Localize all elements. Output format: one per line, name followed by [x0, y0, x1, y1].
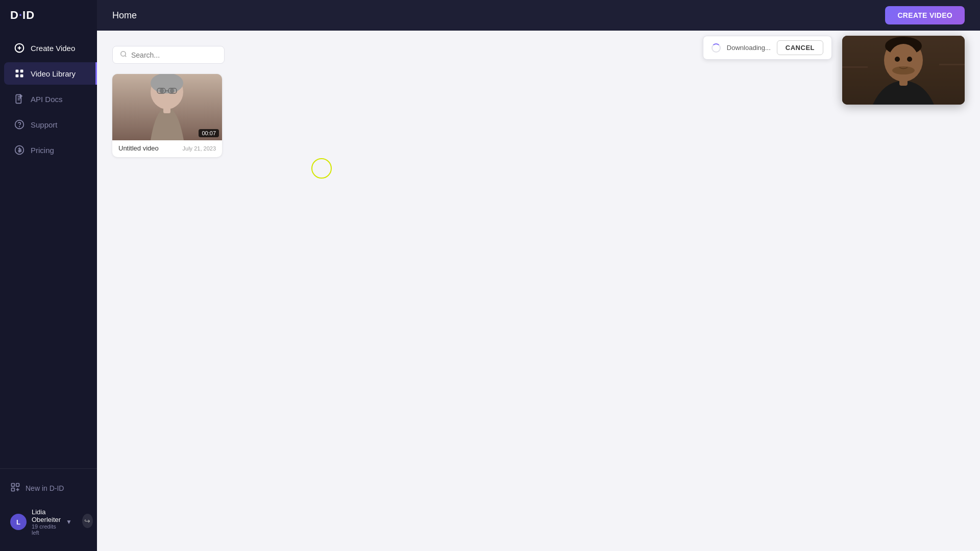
- sidebar: D·ID Create Video: [0, 0, 97, 551]
- svg-rect-12: [16, 484, 19, 487]
- sidebar-item-video-library[interactable]: Video Library: [4, 62, 97, 85]
- svg-rect-6: [20, 74, 23, 78]
- sidebar-item-create-video[interactable]: Create Video: [4, 37, 93, 59]
- svg-rect-13: [12, 488, 15, 491]
- video-title: Untitled video: [118, 144, 159, 152]
- sidebar-item-pricing[interactable]: Pricing: [4, 139, 93, 161]
- video-duration: 00:07: [199, 129, 219, 137]
- search-bar[interactable]: [112, 46, 225, 64]
- user-credits: 19 credits left: [32, 523, 61, 536]
- header: Home CREATE VIDEO: [97, 0, 980, 31]
- svg-rect-23: [163, 107, 170, 113]
- dollar-icon: [14, 145, 24, 155]
- avatar: L: [10, 514, 27, 530]
- svg-rect-11: [12, 484, 15, 487]
- svg-point-29: [895, 57, 900, 62]
- main-content: Home CREATE VIDEO: [97, 0, 980, 551]
- logo[interactable]: D·ID: [0, 0, 97, 31]
- plus-icon: [14, 43, 24, 53]
- preview-container[interactable]: [842, 36, 965, 105]
- svg-rect-3: [16, 70, 19, 73]
- svg-rect-4: [20, 70, 23, 73]
- svg-point-18: [160, 88, 164, 93]
- svg-point-31: [892, 66, 915, 74]
- logout-button[interactable]: ↪: [82, 514, 93, 528]
- downloading-status: Downloading...: [727, 44, 771, 52]
- logo-text: D·ID: [10, 9, 35, 22]
- user-profile[interactable]: L Lidia Oberleiter 19 credits left ▼: [4, 505, 78, 539]
- support-icon: [14, 119, 24, 130]
- sidebar-item-api-docs-label: API Docs: [31, 95, 63, 104]
- sidebar-bottom: New in D-ID L Lidia Oberleiter 19 credit…: [0, 468, 97, 551]
- svg-point-19: [170, 88, 174, 93]
- video-thumbnail: 00:07: [112, 74, 222, 140]
- cancel-button[interactable]: CANCEL: [777, 40, 823, 55]
- video-grid: 00:07 Untitled video July 21, 2023: [112, 74, 965, 157]
- svg-rect-5: [16, 74, 19, 78]
- sidebar-item-create-video-label: Create Video: [31, 44, 75, 53]
- user-name: Lidia Oberleiter: [32, 508, 61, 523]
- content-area: 00:07 Untitled video July 21, 2023 Downl…: [97, 31, 980, 551]
- sidebar-nav: Create Video Video Library: [0, 31, 97, 468]
- doc-icon: [14, 94, 24, 104]
- grid-icon: [14, 68, 24, 79]
- search-icon: [120, 51, 127, 59]
- star-icon: [10, 482, 20, 494]
- video-date: July 21, 2023: [183, 145, 216, 152]
- loading-spinner: [712, 43, 721, 53]
- cursor-indicator: [311, 158, 332, 179]
- svg-point-14: [121, 52, 126, 56]
- video-card[interactable]: 00:07 Untitled video July 21, 2023: [112, 74, 222, 157]
- sidebar-item-api-docs[interactable]: API Docs: [4, 88, 93, 110]
- preview-video: [842, 36, 965, 105]
- page-title: Home: [112, 10, 137, 21]
- create-video-button[interactable]: CREATE VIDEO: [885, 6, 965, 24]
- search-input[interactable]: [131, 51, 213, 59]
- new-in-did-label: New in D-ID: [26, 484, 64, 492]
- sidebar-item-support-label: Support: [31, 120, 58, 129]
- sidebar-item-video-library-label: Video Library: [31, 69, 76, 78]
- chevron-down-icon: ▼: [66, 518, 72, 525]
- svg-point-9: [19, 127, 20, 127]
- sidebar-item-pricing-label: Pricing: [31, 146, 54, 155]
- sidebar-item-support[interactable]: Support: [4, 113, 93, 136]
- downloading-bar: Downloading... CANCEL: [703, 36, 832, 60]
- svg-point-30: [907, 57, 912, 62]
- svg-rect-34: [939, 64, 965, 65]
- user-info: Lidia Oberleiter 19 credits left: [32, 508, 61, 536]
- svg-rect-33: [842, 66, 868, 68]
- svg-rect-32: [899, 79, 908, 86]
- new-in-did-item[interactable]: New in D-ID: [4, 477, 93, 499]
- video-info: Untitled video July 21, 2023: [112, 140, 222, 157]
